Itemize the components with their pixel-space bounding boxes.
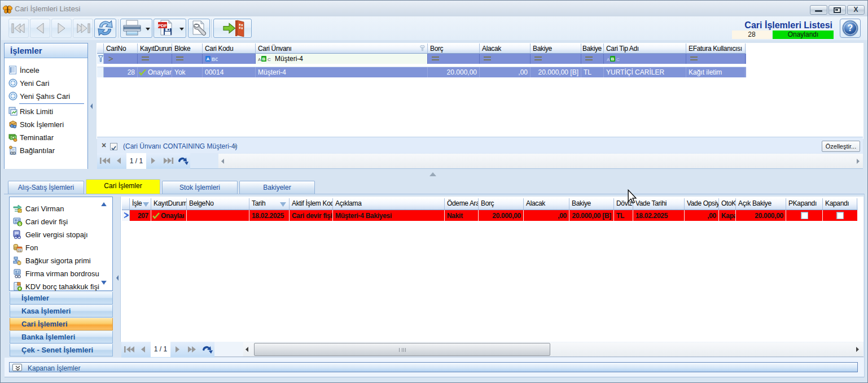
svg-text:C: C bbox=[616, 57, 620, 62]
svg-text:B: B bbox=[262, 56, 266, 62]
svg-text:A: A bbox=[258, 57, 261, 62]
svg-text:BC: BC bbox=[212, 56, 218, 62]
svg-text:$: $ bbox=[19, 222, 21, 226]
svg-text:A: A bbox=[207, 56, 210, 62]
svg-text:PDF: PDF bbox=[158, 23, 167, 28]
svg-text:?: ? bbox=[848, 23, 853, 33]
svg-text:B: B bbox=[611, 56, 615, 62]
svg-text:C: C bbox=[268, 57, 271, 62]
svg-text:01: 01 bbox=[17, 249, 21, 252]
svg-text:A: A bbox=[607, 57, 610, 62]
